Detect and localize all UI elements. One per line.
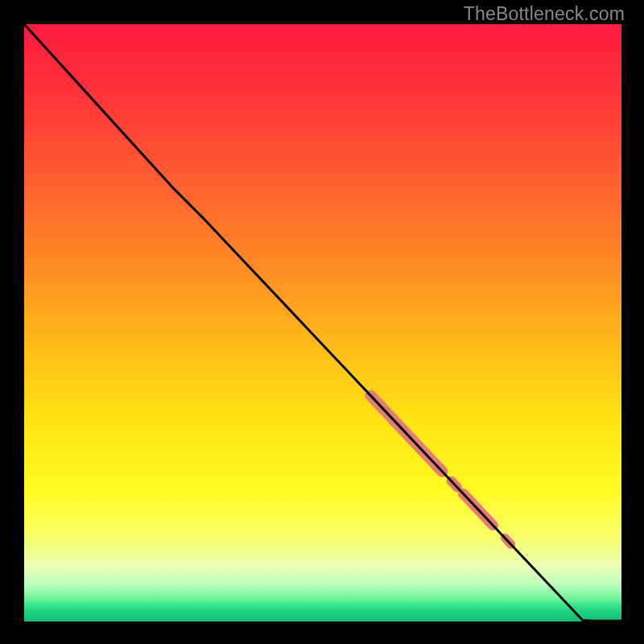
chart-stage: TheBottleneck.com	[0, 0, 644, 644]
chart-svg	[0, 0, 644, 644]
plot-background	[24, 24, 621, 621]
